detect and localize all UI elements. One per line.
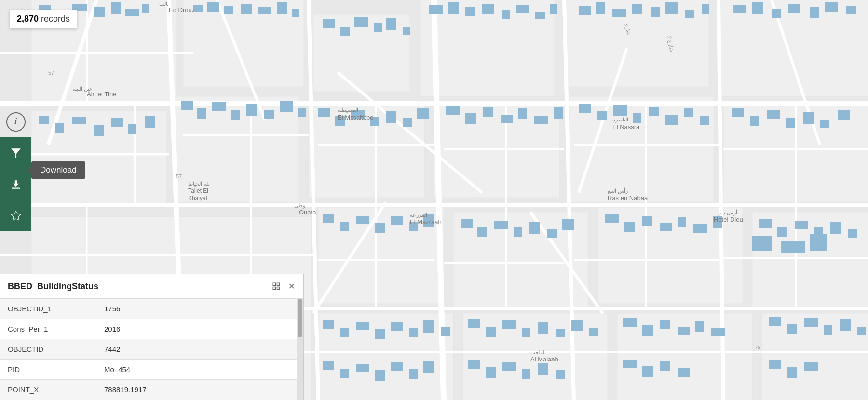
svg-rect-160: [514, 227, 522, 237]
svg-text:Ain et Tine: Ain et Tine: [87, 91, 116, 98]
svg-rect-67: [111, 2, 121, 14]
svg-rect-73: [241, 4, 252, 14]
svg-rect-188: [522, 328, 530, 337]
svg-rect-92: [596, 2, 605, 14]
svg-rect-105: [846, 6, 856, 14]
svg-rect-205: [323, 361, 334, 370]
popup-scrollbar[interactable]: [297, 299, 303, 400]
svg-rect-184: [441, 327, 450, 336]
svg-rect-118: [264, 110, 274, 119]
svg-rect-132: [518, 108, 527, 119]
svg-rect-87: [502, 10, 510, 19]
info-icon[interactable]: i: [6, 112, 26, 132]
svg-rect-69: [142, 4, 149, 13]
table-row: Cons_Per_12016: [0, 319, 297, 339]
popup-controls: ×: [271, 280, 296, 293]
svg-rect-208: [375, 370, 385, 381]
svg-rect-135: [579, 104, 591, 113]
popup-table-body: OBJECTID_11756Cons_Per_12016OBJECTID7442…: [0, 299, 297, 400]
download-button[interactable]: [0, 169, 31, 200]
svg-rect-190: [556, 329, 565, 337]
svg-rect-167: [660, 223, 672, 231]
svg-rect-220: [660, 361, 670, 371]
svg-rect-106: [39, 116, 49, 124]
svg-rect-172: [777, 227, 787, 237]
expand-button[interactable]: [271, 281, 282, 292]
svg-rect-154: [391, 216, 403, 225]
svg-rect-258: [273, 287, 275, 290]
svg-text:Hotel Dieu: Hotel Dieu: [714, 216, 743, 223]
svg-rect-192: [589, 328, 598, 336]
svg-rect-80: [374, 23, 382, 32]
svg-rect-186: [486, 327, 496, 337]
svg-text:75: 75: [755, 345, 760, 350]
info-button[interactable]: i: [0, 106, 31, 137]
svg-rect-257: [277, 283, 280, 285]
svg-rect-164: [605, 214, 619, 223]
svg-rect-115: [212, 102, 226, 111]
svg-rect-165: [624, 222, 635, 232]
svg-rect-215: [522, 369, 530, 379]
svg-rect-89: [535, 12, 545, 19]
svg-rect-113: [181, 101, 193, 110]
svg-rect-131: [501, 115, 513, 123]
svg-rect-185: [468, 319, 480, 328]
svg-rect-107: [55, 123, 64, 133]
svg-rect-227: [810, 234, 827, 251]
svg-rect-112: [145, 116, 155, 128]
svg-rect-101: [772, 9, 781, 18]
filter-button[interactable]: [0, 137, 31, 169]
popup-scrollbar-thumb[interactable]: [298, 299, 302, 337]
svg-rect-213: [486, 367, 496, 378]
svg-rect-93: [612, 9, 626, 17]
svg-rect-71: [207, 2, 219, 12]
records-label: records: [39, 14, 70, 24]
svg-text:المزرعة: المزرعة: [410, 212, 427, 218]
svg-rect-149: [838, 110, 850, 120]
svg-rect-206: [340, 369, 349, 378]
svg-rect-139: [649, 107, 659, 116]
svg-rect-133: [534, 116, 548, 124]
svg-rect-176: [848, 229, 857, 238]
records-count: 2,870: [17, 14, 39, 24]
table-cell-field: Cons_Per_1: [0, 319, 96, 339]
svg-rect-98: [702, 4, 709, 14]
close-button[interactable]: ×: [287, 280, 296, 293]
filter-icon: [10, 147, 22, 160]
svg-rect-110: [111, 118, 123, 127]
svg-rect-111: [128, 124, 136, 134]
svg-text:تالت: تالت: [159, 1, 169, 7]
svg-text:الملعب: الملعب: [530, 349, 546, 355]
popup-scroll-area[interactable]: OBJECTID_11756Cons_Per_12016OBJECTID7442…: [0, 299, 303, 400]
svg-rect-204: [857, 327, 866, 335]
svg-rect-116: [231, 110, 240, 120]
svg-rect-81: [386, 18, 396, 30]
svg-rect-193: [623, 318, 637, 327]
svg-rect-137: [613, 105, 627, 116]
svg-rect-94: [632, 4, 642, 14]
svg-rect-128: [446, 106, 460, 115]
svg-rect-78: [340, 27, 350, 36]
table-cell-field: OBJECTID: [0, 339, 96, 360]
svg-rect-102: [788, 4, 800, 13]
bookmark-button[interactable]: [0, 200, 31, 231]
svg-rect-142: [700, 116, 709, 125]
svg-rect-222: [769, 360, 781, 369]
svg-rect-203: [840, 319, 851, 331]
svg-text:المصيطبة: المصيطبة: [338, 107, 358, 113]
svg-rect-74: [258, 7, 271, 14]
svg-text:أوتيل ديو: أوتيل ديو: [718, 209, 737, 216]
svg-rect-159: [494, 221, 508, 229]
svg-rect-212: [468, 360, 480, 369]
svg-text:عين التينة: عين التينة: [72, 86, 93, 92]
svg-rect-219: [642, 366, 653, 377]
records-badge: 2,870 records: [10, 10, 77, 28]
svg-text:Ras en Nabaa: Ras en Nabaa: [608, 194, 648, 201]
svg-text:El Mssaitbbe: El Mssaitbbe: [338, 114, 373, 121]
svg-rect-96: [665, 2, 678, 14]
svg-rect-152: [356, 216, 369, 224]
svg-rect-225: [752, 236, 772, 251]
svg-rect-221: [678, 368, 690, 377]
svg-rect-121: [318, 108, 330, 117]
svg-rect-210: [409, 369, 418, 379]
